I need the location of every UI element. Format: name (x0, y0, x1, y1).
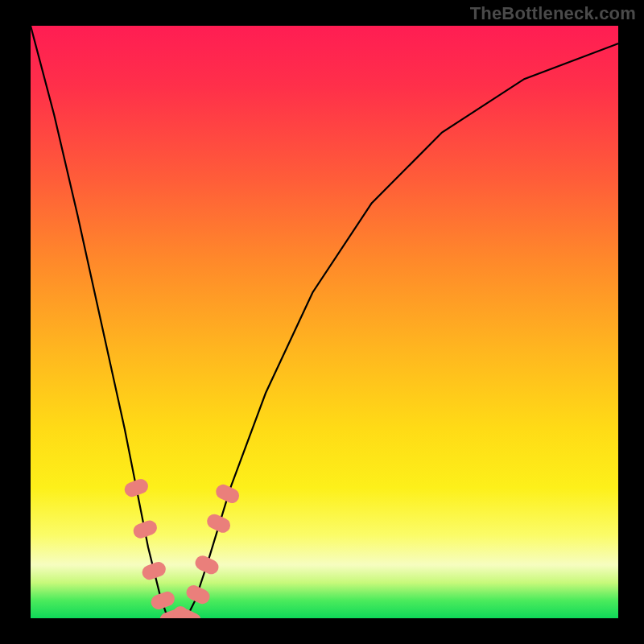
highlight-bead (213, 482, 242, 506)
highlight-bead (140, 560, 167, 582)
highlight-bead (149, 589, 176, 611)
curves-layer (31, 26, 618, 618)
highlight-bead (184, 583, 213, 606)
highlight-bead (204, 512, 233, 535)
bottleneck-curve (31, 26, 618, 618)
highlight-beads-group (122, 477, 242, 618)
chart-frame: TheBottleneck.com (0, 0, 644, 644)
watermark-text: TheBottleneck.com (470, 3, 636, 24)
bottleneck-curve-path (31, 26, 618, 618)
highlight-bead (122, 477, 150, 499)
plot-area (31, 26, 618, 618)
highlight-bead (131, 518, 159, 540)
highlight-bead (193, 553, 221, 576)
